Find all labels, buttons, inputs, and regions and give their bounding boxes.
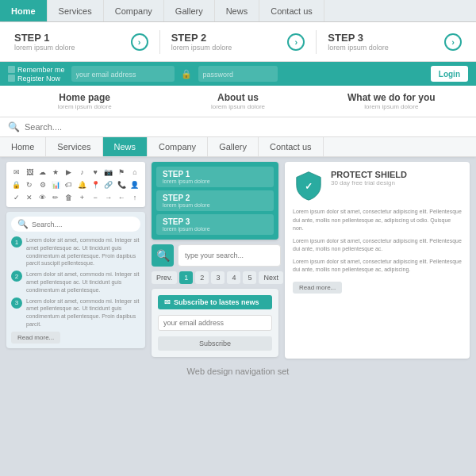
page-2-button[interactable]: 2	[195, 271, 209, 284]
shield-text-2: Lorem ipsum dolor sit amet, consectetur …	[293, 237, 462, 254]
subscribe-email-input[interactable]	[158, 315, 272, 331]
remember-checkbox[interactable]	[8, 66, 15, 73]
info-row: Home page lorem ipsum dolore About us lo…	[0, 86, 476, 117]
subscribe-button[interactable]: Subscribe	[158, 336, 272, 351]
info-about-sub: lorem ipsum dolore	[161, 103, 314, 110]
nav1-home[interactable]: Home	[0, 0, 48, 21]
widget-search-icon: 🔍	[17, 219, 29, 229]
primary-nav: Home Services Company Gallery News Conta…	[0, 0, 476, 22]
search-big-button[interactable]: 🔍	[152, 244, 174, 267]
register-checkbox[interactable]	[8, 75, 15, 82]
step1-sub: lorem ipsum dolore	[14, 44, 75, 52]
middle-panel: STEP 1 lorem ipsum dolore STEP 2 lorem i…	[152, 162, 278, 359]
shield-text-1: Lorem ipsum dolor sit amet, consectetur …	[293, 208, 462, 233]
page-4-button[interactable]: 4	[227, 271, 240, 284]
list-item-2: 2 Lorem dolor sit amet, commodo mi. Inte…	[11, 271, 140, 294]
icon-pencil: ✏	[51, 192, 61, 202]
password-input[interactable]	[198, 66, 278, 82]
icon-user: 👤	[129, 179, 140, 190]
step-3: STEP 3 lorem ipsum dolore ›	[321, 29, 468, 55]
icon-map: 📍	[90, 179, 101, 190]
step3-sub: lorem ipsum dolore	[328, 44, 389, 52]
step-w-title-3: STEP 3	[163, 217, 267, 226]
icon-heart: ♥	[90, 167, 101, 177]
num-badge-1: 1	[11, 236, 22, 248]
right-panel: ✓ PROTECT SHIELD 30 day free trial desig…	[285, 162, 470, 359]
steps-widget: STEP 1 lorem ipsum dolore STEP 2 lorem i…	[152, 162, 278, 240]
step-divider-1	[159, 30, 160, 54]
pagination: Prev. 1 2 3 4 5 Next	[152, 271, 278, 284]
shield-header: ✓ PROTECT SHIELD 30 day free trial desig…	[293, 170, 462, 202]
nav1-news[interactable]: News	[215, 0, 260, 21]
num-badge-2: 2	[11, 271, 22, 282]
nav2-gallery[interactable]: Gallery	[208, 137, 259, 156]
page-5-button[interactable]: 5	[243, 271, 256, 284]
step2-title: STEP 2	[171, 32, 232, 44]
search-input[interactable]	[25, 122, 144, 132]
step-w-sub-2: lorem ipsum dolore	[163, 202, 267, 208]
login-button[interactable]: Login	[431, 66, 468, 82]
step1-arrow[interactable]: ›	[131, 33, 148, 51]
prev-button[interactable]: Prev.	[152, 271, 177, 284]
list-text-2: Lorem dolor sit amet, commodo mi. Intege…	[26, 271, 140, 294]
nav1-company[interactable]: Company	[104, 0, 164, 21]
icon-gear: ⚙	[37, 179, 48, 190]
page-1-button[interactable]: 1	[179, 271, 193, 284]
shield-icon-wrap: ✓	[293, 170, 324, 202]
info-home-title: Home page	[8, 92, 161, 103]
search-bar: 🔍	[0, 117, 476, 137]
svg-text:✓: ✓	[305, 181, 313, 192]
info-whatwedo-sub: lorem ipsum dolore	[315, 103, 468, 110]
read-more-button[interactable]: Read more...	[11, 332, 60, 344]
search-big: 🔍	[152, 244, 278, 267]
shield-title-block: PROTECT SHIELD 30 day free trial design	[331, 170, 407, 186]
shield-widget: ✓ PROTECT SHIELD 30 day free trial desig…	[285, 162, 470, 359]
step-widget-1: STEP 1 lorem ipsum dolore	[156, 167, 274, 187]
step-widget-3: STEP 3 lorem ipsum dolore	[156, 214, 274, 235]
icon-phone: 📞	[117, 179, 127, 190]
step2-sub: lorem ipsum dolore	[171, 44, 232, 52]
icon-refresh: ↻	[25, 179, 35, 190]
email-input[interactable]	[71, 66, 175, 82]
login-row: Remember me Register Now 🔒 Login	[0, 62, 476, 86]
nav1-gallery[interactable]: Gallery	[164, 0, 215, 21]
step3-arrow[interactable]: ›	[444, 33, 462, 51]
icon-x: ✕	[25, 192, 35, 202]
nav2-home[interactable]: Home	[0, 137, 46, 156]
footer-text: Web design navigation set	[187, 367, 290, 376]
icon-link: 🔗	[103, 179, 113, 190]
info-about-title: About us	[161, 92, 314, 103]
left-panel: ✉ 🖼 ☁ ★ ▶ ♪ ♥ 📷 ⚑ ⌂ 🔒 ↻ ⚙ 📊 🏷 🔔 📍 🔗 📞 👤 …	[6, 162, 145, 359]
search-big-input[interactable]	[178, 244, 281, 267]
step-widget-2: STEP 2 lorem ipsum dolore	[156, 190, 274, 211]
nav2-news[interactable]: News	[103, 137, 148, 156]
info-whatwedo: What we do for you lorem ipsum dolore	[315, 92, 468, 110]
secondary-nav: Home Services News Company Gallery Conta…	[0, 137, 476, 157]
icon-check: ✓	[11, 192, 21, 202]
subscribe-header: ✉ Subscribe to lastes news	[158, 295, 272, 309]
nav1-contact[interactable]: Contact us	[259, 0, 324, 21]
icon-camera: 📷	[103, 167, 113, 177]
main-content: ✉ 🖼 ☁ ★ ▶ ♪ ♥ 📷 ⚑ ⌂ 🔒 ↻ ⚙ 📊 🏷 🔔 📍 🔗 📞 👤 …	[0, 157, 476, 363]
nav2-contact[interactable]: Contact us	[259, 137, 324, 156]
icon-eye: 👁	[37, 192, 48, 202]
widget-search-input[interactable]	[32, 221, 95, 228]
page-3-button[interactable]: 3	[211, 271, 225, 284]
info-whatwedo-title: What we do for you	[315, 92, 468, 103]
next-button[interactable]: Next	[259, 271, 283, 284]
list-item-1: 1 Lorem dolor sit amet, commodo mi. Inte…	[11, 236, 140, 267]
step-w-sub-3: lorem ipsum dolore	[163, 226, 267, 232]
step-w-title-2: STEP 2	[163, 194, 267, 202]
info-home: Home page lorem ipsum dolore	[8, 92, 161, 110]
step2-arrow[interactable]: ›	[287, 33, 305, 51]
info-home-sub: lorem ipsum dolore	[8, 103, 161, 110]
shield-title: PROTECT SHIELD	[331, 170, 407, 179]
nav2-services[interactable]: Services	[46, 137, 102, 156]
lock-icon: 🔒	[181, 69, 192, 79]
shield-read-more-button[interactable]: Read more...	[293, 282, 342, 294]
nav1-services[interactable]: Services	[48, 0, 104, 21]
nav2-company[interactable]: Company	[148, 137, 208, 156]
list-text-3: Lorem dolor sit amet, commodo mi. Intege…	[26, 298, 140, 328]
icon-arrow-r: →	[103, 192, 113, 202]
subscribe-widget: ✉ Subscribe to lastes news Subscribe	[152, 289, 278, 357]
